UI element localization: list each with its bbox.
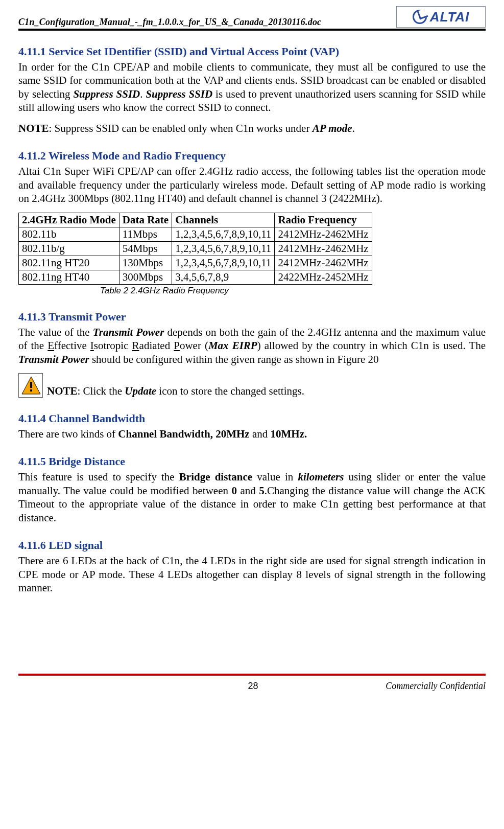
note-row: NOTE: Click the Update icon to store the…	[18, 373, 486, 398]
text-u: R	[132, 339, 139, 352]
text-emph: Transmit Power	[18, 353, 89, 365]
radio-frequency-table: 2.4GHz Radio Mode Data Rate Channels Rad…	[18, 213, 372, 285]
logo-mark-icon	[413, 10, 427, 24]
cell: 54Mbps	[119, 241, 172, 256]
cell: 2412MHz-2462MHz	[275, 241, 372, 256]
text: : Suppress SSID can be enabled only when…	[49, 122, 313, 134]
document-filename: C1n_Configuration_Manual_-_fm_1.0.0.x_fo…	[18, 17, 321, 28]
table-header-row: 2.4GHz Radio Mode Data Rate Channels Rad…	[19, 213, 372, 227]
page: C1n_Configuration_Manual_-_fm_1.0.0.x_fo…	[0, 0, 504, 829]
text: .	[140, 88, 146, 100]
heading-4-11-2: 4.11.2 Wireless Mode and Radio Frequency	[18, 149, 486, 163]
table-caption: Table 2 2.4GHz Radio Frequency	[100, 286, 486, 296]
text: ower (	[180, 339, 208, 352]
text: There are two kinds of	[18, 428, 118, 440]
text-u: P	[174, 339, 180, 352]
paragraph: The value of the Transmit Power depends …	[18, 326, 486, 366]
text: icon to store the changed settings.	[156, 385, 304, 397]
note-paragraph: NOTE: Suppress SSID can be enabled only …	[18, 122, 486, 135]
text-emph: Update	[125, 385, 156, 397]
table-row: 802.11ng HT20 130Mbps 1,2,3,4,5,6,7,8,9,…	[19, 256, 372, 270]
text-bold: 10MHz.	[271, 428, 307, 440]
svg-rect-1	[30, 382, 32, 388]
note-label: NOTE	[18, 122, 49, 134]
confidential-label: Commercially Confidential	[386, 681, 486, 692]
warning-icon	[18, 373, 43, 398]
text-emph: Suppress SSID	[146, 88, 212, 100]
page-footer: 28 Commercially Confidential	[18, 676, 486, 692]
cell: 3,4,5,6,7,8,9	[172, 270, 275, 284]
text: ffective	[54, 339, 90, 352]
paragraph: There are 6 LEDs at the back of C1n, the…	[18, 554, 486, 594]
svg-rect-2	[30, 389, 32, 392]
text: The value of the	[18, 326, 93, 338]
cell: 2412MHz-2462MHz	[275, 227, 372, 241]
text: : Click the	[78, 385, 125, 397]
cell: 802.11ng HT40	[19, 270, 119, 284]
cell: 802.11ng HT20	[19, 256, 119, 270]
col-rate: Data Rate	[119, 213, 172, 227]
text: and	[250, 428, 271, 440]
text-u: I	[90, 339, 94, 352]
cell: 2412MHz-2462MHz	[275, 256, 372, 270]
note-label: NOTE	[47, 385, 78, 397]
table-row: 802.11b/g 54Mbps 1,2,3,4,5,6,7,8,9,10,11…	[19, 241, 372, 256]
col-mode: 2.4GHz Radio Mode	[19, 213, 119, 227]
text: .	[352, 122, 355, 134]
paragraph: This feature is used to specify the Brid…	[18, 470, 486, 524]
cell: 130Mbps	[119, 256, 172, 270]
col-channels: Channels	[172, 213, 275, 227]
table-row: 802.11ng HT40 300Mbps 3,4,5,6,7,8,9 2422…	[19, 270, 372, 284]
paragraph: Altai C1n Super WiFi CPE/AP can offer 2.…	[18, 165, 486, 205]
text-emph: AP mode	[313, 122, 352, 134]
text: This feature is used to specify the	[18, 471, 179, 483]
heading-4-11-4: 4.11.4 Channel Bandwidth	[18, 412, 486, 425]
text-bold: 0	[231, 485, 237, 497]
cell: 802.11b/g	[19, 241, 119, 256]
text-bold: Bridge distance	[179, 471, 252, 483]
text-bold: Channel Bandwidth, 20MHz	[118, 428, 249, 440]
heading-4-11-6: 4.11.6 LED signal	[18, 539, 486, 552]
logo-text: ALTAI	[430, 9, 470, 25]
heading-4-11-1: 4.11.1 Service Set IDentifier (SSID) and…	[18, 45, 486, 58]
text: value in	[252, 471, 298, 483]
paragraph: There are two kinds of Channel Bandwidth…	[18, 427, 486, 441]
cell: 1,2,3,4,5,6,7,8,9,10,11	[172, 227, 275, 241]
text-emph: Suppress SSID	[73, 88, 140, 100]
paragraph: In order for the C1n CPE/AP and mobile c…	[18, 60, 486, 114]
page-number: 28	[248, 681, 258, 692]
heading-4-11-5: 4.11.5 Bridge Distance	[18, 455, 486, 468]
cell: 1,2,3,4,5,6,7,8,9,10,11	[172, 256, 275, 270]
altai-logo: ALTAI	[396, 6, 486, 28]
col-freq: Radio Frequency	[275, 213, 372, 227]
table-row: 802.11b 11Mbps 1,2,3,4,5,6,7,8,9,10,11 2…	[19, 227, 372, 241]
heading-4-11-3: 4.11.3 Transmit Power	[18, 310, 486, 324]
text: should be configured within the given ra…	[89, 353, 379, 365]
text: sotropic	[94, 339, 132, 352]
text-emph: Transmit Power	[93, 326, 164, 338]
cell: 300Mbps	[119, 270, 172, 284]
page-header: C1n_Configuration_Manual_-_fm_1.0.0.x_fo…	[18, 6, 486, 31]
cell: 802.11b	[19, 227, 119, 241]
text: ) allowed by the country in which C1n is…	[257, 339, 486, 352]
cell: 2422MHz-2452MHz	[275, 270, 372, 284]
text-emph: Max EIRP	[208, 339, 257, 352]
text-bold: 5	[259, 485, 265, 497]
text: and	[237, 485, 259, 497]
text-u: E	[47, 339, 54, 352]
cell: 1,2,3,4,5,6,7,8,9,10,11	[172, 241, 275, 256]
cell: 11Mbps	[119, 227, 172, 241]
text-emph: kilometers	[298, 471, 344, 483]
note-text: NOTE: Click the Update icon to store the…	[47, 385, 304, 398]
text: adiated	[139, 339, 174, 352]
